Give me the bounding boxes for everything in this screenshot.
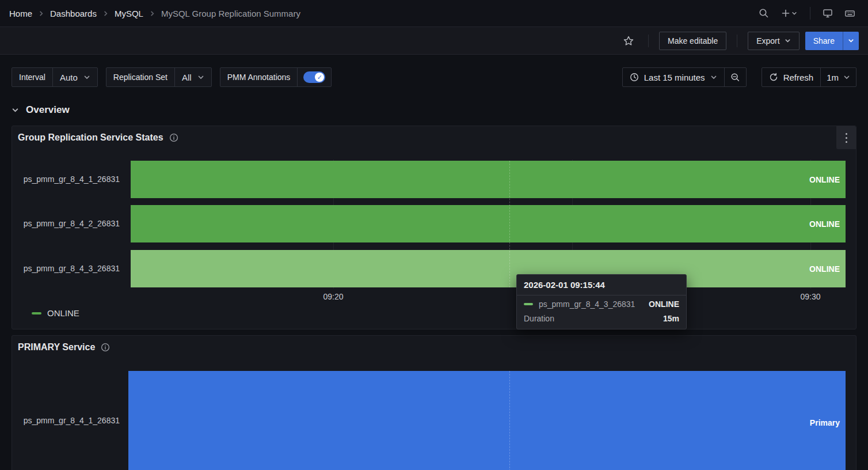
refresh-button[interactable]: Refresh (762, 68, 821, 86)
chevron-down-icon (83, 74, 90, 81)
top-nav-bar: Home Dashboards MySQL MySQL Group Replic… (0, 0, 868, 26)
divider (737, 35, 737, 47)
x-axis-tick: 09:20 (323, 292, 343, 301)
zoom-out-icon (730, 73, 740, 82)
row-overview-toggle[interactable]: Overview (12, 101, 70, 119)
replication-set-select[interactable]: All (175, 68, 211, 86)
state-bar-online[interactable]: ONLINE (131, 161, 846, 198)
time-range-picker: Last 15 minutes (622, 67, 747, 87)
clock-icon (630, 73, 639, 82)
replication-set-variable: Replication Set All (106, 67, 212, 87)
chevron-down-icon (197, 74, 204, 81)
state-bar-online-hovered[interactable]: ONLINE (131, 250, 846, 287)
breadcrumb: Home Dashboards MySQL MySQL Group Replic… (9, 9, 300, 18)
breadcrumb-home[interactable]: Home (9, 9, 32, 18)
state-bar-primary[interactable]: Primary (128, 371, 846, 470)
time-range-value: Last 15 minutes (644, 73, 705, 82)
divider (810, 7, 810, 20)
series-color-swatch (524, 303, 533, 305)
chart-tooltip: 2026-02-01 09:15:44 ps_pmm_gr_8_4_3_2683… (516, 274, 687, 329)
tooltip-duration-value: 15m (663, 314, 679, 323)
pmm-annotations-label: PMM Annotations (220, 68, 298, 86)
interval-label: Interval (12, 68, 53, 86)
breadcrumb-current-page: MySQL Group Replication Summary (161, 9, 300, 18)
state-timeline-plot: ps_pmm_gr_8_4_1_26831 Primary (12, 336, 856, 470)
breadcrumb-dashboards[interactable]: Dashboards (50, 9, 97, 18)
share-button[interactable]: Share (805, 32, 843, 50)
refresh-control: Refresh 1m (762, 67, 856, 87)
panel-group-replication-service-states: Group Replication Service States ps_pmm_… (12, 126, 856, 329)
tooltip-series-row: ps_pmm_gr_8_4_3_26831 ONLINE (517, 295, 686, 310)
legend-item-online[interactable]: ONLINE (32, 308, 79, 318)
tooltip-duration-row: Duration 15m (517, 310, 686, 329)
chevron-right-icon (102, 10, 109, 17)
zoom-out-time-button[interactable] (724, 68, 746, 86)
x-axis-tick: 09:30 (800, 292, 820, 301)
pmm-annotations-control: PMM Annotations ✓ (220, 67, 332, 87)
refresh-button-label: Refresh (783, 73, 814, 82)
dashboard-controls: Interval Auto Replication Set All PMM An… (0, 63, 868, 91)
series-label: ps_pmm_gr_8_4_3_26831 (12, 264, 120, 273)
divider (648, 35, 649, 47)
dashboard-action-bar: Make editable Export Share (0, 26, 868, 55)
crosshair-cursor (509, 161, 510, 287)
export-button-label: Export (756, 36, 779, 46)
tooltip-series-name: ps_pmm_gr_8_4_3_26831 (539, 300, 635, 309)
make-editable-button[interactable]: Make editable (659, 32, 726, 50)
toggle-check-icon: ✓ (315, 73, 324, 82)
tooltip-duration-label: Duration (524, 314, 554, 323)
chevron-down-icon (848, 37, 854, 44)
top-nav-actions (755, 4, 859, 22)
state-value-label: ONLINE (809, 264, 840, 274)
crosshair-cursor (509, 371, 510, 470)
chevron-right-icon (38, 10, 44, 17)
series-label: ps_pmm_gr_8_4_2_26831 (12, 219, 120, 228)
chevron-down-icon (710, 74, 717, 81)
state-bar-online[interactable]: ONLINE (131, 205, 846, 242)
keyboard-shortcuts-icon[interactable] (840, 4, 859, 22)
tooltip-series-state: ONLINE (649, 300, 679, 309)
replication-set-label: Replication Set (106, 68, 175, 86)
share-split-button: Share (805, 32, 859, 50)
chevron-down-icon (12, 107, 19, 114)
pmm-annotations-toggle[interactable]: ✓ (303, 71, 325, 83)
series-label: ps_pmm_gr_8_4_1_26831 (12, 175, 120, 184)
refresh-interval-select[interactable]: 1m (820, 68, 856, 86)
panel-primary-service: PRIMARY Service ps_pmm_gr_8_4_1_26831 Pr… (12, 335, 856, 470)
interval-select[interactable]: Auto (53, 68, 97, 86)
state-timeline-plot: ps_pmm_gr_8_4_1_26831 ONLINE ps_pmm_gr_8… (12, 126, 856, 329)
state-value-label: ONLINE (809, 175, 840, 184)
time-range-button[interactable]: Last 15 minutes (623, 68, 724, 86)
share-menu-caret[interactable] (843, 32, 859, 50)
interval-value: Auto (60, 73, 78, 82)
chevron-down-icon (843, 74, 850, 81)
refresh-icon (769, 73, 778, 82)
section-title: Overview (26, 104, 70, 116)
refresh-interval-value: 1m (827, 73, 839, 82)
legend-swatch (32, 312, 41, 314)
legend-label: ONLINE (47, 308, 79, 318)
interval-variable: Interval Auto (12, 67, 98, 87)
new-plus-icon[interactable] (776, 4, 802, 22)
state-value-label: ONLINE (809, 219, 840, 229)
star-icon[interactable] (619, 32, 638, 50)
kiosk-monitor-icon[interactable] (818, 4, 837, 22)
chevron-down-icon (785, 37, 791, 44)
series-label: ps_pmm_gr_8_4_1_26831 (12, 416, 120, 425)
breadcrumb-mysql[interactable]: MySQL (115, 9, 143, 18)
tooltip-timestamp: 2026-02-01 09:15:44 (517, 275, 686, 295)
chevron-right-icon (149, 10, 155, 17)
state-value-label: Primary (810, 418, 840, 427)
replication-set-value: All (182, 73, 192, 82)
search-icon[interactable] (755, 4, 773, 22)
export-button[interactable]: Export (748, 32, 799, 50)
